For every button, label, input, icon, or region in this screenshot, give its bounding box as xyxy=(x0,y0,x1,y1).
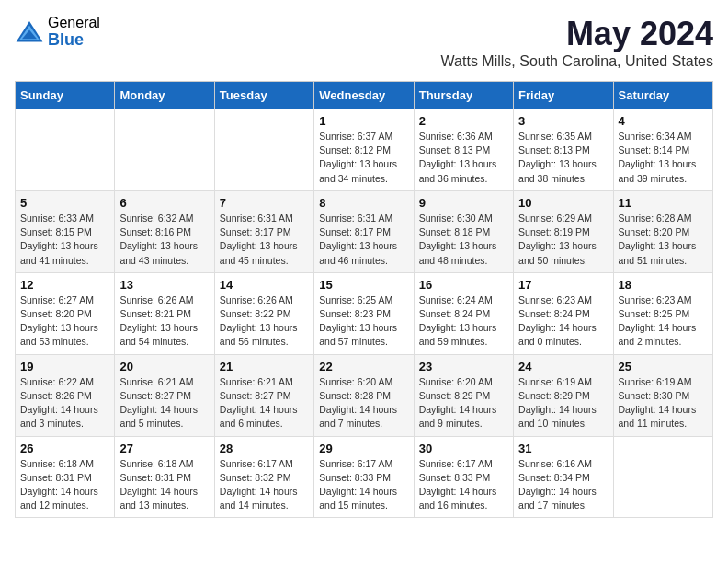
logo: General Blue xyxy=(15,15,100,49)
day-number: 12 xyxy=(20,278,109,292)
logo-icon xyxy=(15,19,44,45)
calendar-cell: 20Sunrise: 6:21 AM Sunset: 8:27 PM Dayli… xyxy=(115,354,214,436)
col-header-thursday: Thursday xyxy=(414,82,513,109)
day-number: 27 xyxy=(119,442,209,455)
day-number: 28 xyxy=(220,442,309,455)
day-info: Sunrise: 6:20 AM Sunset: 8:29 PM Dayligh… xyxy=(419,375,508,431)
day-number: 29 xyxy=(319,442,408,455)
calendar-cell: 31Sunrise: 6:16 AM Sunset: 8:34 PM Dayli… xyxy=(514,436,613,518)
day-number: 21 xyxy=(220,360,309,373)
calendar-table: SundayMondayTuesdayWednesdayThursdayFrid… xyxy=(15,81,713,518)
day-info: Sunrise: 6:21 AM Sunset: 8:27 PM Dayligh… xyxy=(119,375,209,431)
day-info: Sunrise: 6:20 AM Sunset: 8:28 PM Dayligh… xyxy=(319,375,408,431)
day-info: Sunrise: 6:21 AM Sunset: 8:27 PM Dayligh… xyxy=(220,375,309,431)
day-number: 2 xyxy=(419,114,508,128)
calendar-cell: 17Sunrise: 6:23 AM Sunset: 8:24 PM Dayli… xyxy=(514,272,613,354)
calendar-cell: 25Sunrise: 6:19 AM Sunset: 8:30 PM Dayli… xyxy=(613,354,712,436)
logo-blue: Blue xyxy=(48,31,100,50)
day-info: Sunrise: 6:35 AM Sunset: 8:13 PM Dayligh… xyxy=(518,130,608,186)
day-info: Sunrise: 6:34 AM Sunset: 8:14 PM Dayligh… xyxy=(619,130,708,186)
day-number: 22 xyxy=(319,360,408,373)
calendar-cell: 23Sunrise: 6:20 AM Sunset: 8:29 PM Dayli… xyxy=(414,354,513,436)
day-number: 4 xyxy=(619,114,708,128)
calendar-cell: 24Sunrise: 6:19 AM Sunset: 8:29 PM Dayli… xyxy=(514,354,613,436)
day-info: Sunrise: 6:29 AM Sunset: 8:19 PM Dayligh… xyxy=(518,212,608,268)
day-info: Sunrise: 6:24 AM Sunset: 8:24 PM Dayligh… xyxy=(419,293,508,350)
day-number: 10 xyxy=(518,196,608,210)
day-info: Sunrise: 6:33 AM Sunset: 8:15 PM Dayligh… xyxy=(20,212,109,268)
calendar-cell: 1Sunrise: 6:37 AM Sunset: 8:12 PM Daylig… xyxy=(314,109,414,191)
calendar-cell xyxy=(214,109,313,191)
week-row-3: 12Sunrise: 6:27 AM Sunset: 8:20 PM Dayli… xyxy=(16,272,713,354)
subtitle: Watts Mills, South Carolina, United Stat… xyxy=(441,53,713,70)
calendar-cell: 6Sunrise: 6:32 AM Sunset: 8:16 PM Daylig… xyxy=(115,190,214,272)
day-number: 19 xyxy=(20,360,109,373)
calendar-cell: 11Sunrise: 6:28 AM Sunset: 8:20 PM Dayli… xyxy=(613,190,712,272)
col-header-sunday: Sunday xyxy=(16,82,115,109)
day-info: Sunrise: 6:28 AM Sunset: 8:20 PM Dayligh… xyxy=(619,212,708,268)
calendar-cell: 2Sunrise: 6:36 AM Sunset: 8:13 PM Daylig… xyxy=(414,109,513,191)
day-number: 3 xyxy=(518,114,608,128)
day-number: 30 xyxy=(419,442,508,455)
day-info: Sunrise: 6:37 AM Sunset: 8:12 PM Dayligh… xyxy=(319,130,408,186)
calendar-cell: 12Sunrise: 6:27 AM Sunset: 8:20 PM Dayli… xyxy=(16,272,115,354)
day-info: Sunrise: 6:19 AM Sunset: 8:30 PM Dayligh… xyxy=(619,375,708,431)
day-info: Sunrise: 6:31 AM Sunset: 8:17 PM Dayligh… xyxy=(319,212,408,268)
calendar-cell: 7Sunrise: 6:31 AM Sunset: 8:17 PM Daylig… xyxy=(214,190,313,272)
day-number: 13 xyxy=(119,278,209,292)
calendar-cell: 10Sunrise: 6:29 AM Sunset: 8:19 PM Dayli… xyxy=(514,190,613,272)
calendar-cell: 14Sunrise: 6:26 AM Sunset: 8:22 PM Dayli… xyxy=(214,272,313,354)
day-info: Sunrise: 6:19 AM Sunset: 8:29 PM Dayligh… xyxy=(518,375,608,431)
day-number: 15 xyxy=(319,278,408,292)
header-row: SundayMondayTuesdayWednesdayThursdayFrid… xyxy=(16,82,713,109)
calendar-cell: 13Sunrise: 6:26 AM Sunset: 8:21 PM Dayli… xyxy=(115,272,214,354)
calendar-cell: 16Sunrise: 6:24 AM Sunset: 8:24 PM Dayli… xyxy=(414,272,513,354)
day-info: Sunrise: 6:26 AM Sunset: 8:22 PM Dayligh… xyxy=(220,293,309,350)
calendar-cell: 28Sunrise: 6:17 AM Sunset: 8:32 PM Dayli… xyxy=(214,436,313,518)
calendar-cell xyxy=(613,436,712,518)
day-number: 18 xyxy=(619,278,708,292)
day-info: Sunrise: 6:26 AM Sunset: 8:21 PM Dayligh… xyxy=(119,293,209,350)
day-number: 7 xyxy=(220,196,309,210)
day-number: 25 xyxy=(619,360,708,373)
day-info: Sunrise: 6:22 AM Sunset: 8:26 PM Dayligh… xyxy=(20,375,109,431)
day-info: Sunrise: 6:31 AM Sunset: 8:17 PM Dayligh… xyxy=(220,212,309,268)
day-info: Sunrise: 6:17 AM Sunset: 8:32 PM Dayligh… xyxy=(220,457,309,513)
calendar-cell: 8Sunrise: 6:31 AM Sunset: 8:17 PM Daylig… xyxy=(314,190,414,272)
calendar-cell: 18Sunrise: 6:23 AM Sunset: 8:25 PM Dayli… xyxy=(613,272,712,354)
day-info: Sunrise: 6:17 AM Sunset: 8:33 PM Dayligh… xyxy=(319,457,408,513)
calendar-cell xyxy=(115,109,214,191)
day-number: 16 xyxy=(419,278,508,292)
calendar-cell: 26Sunrise: 6:18 AM Sunset: 8:31 PM Dayli… xyxy=(16,436,115,518)
day-number: 31 xyxy=(518,442,608,455)
week-row-1: 1Sunrise: 6:37 AM Sunset: 8:12 PM Daylig… xyxy=(16,109,713,191)
day-info: Sunrise: 6:25 AM Sunset: 8:23 PM Dayligh… xyxy=(319,293,408,350)
col-header-saturday: Saturday xyxy=(613,82,712,109)
day-info: Sunrise: 6:36 AM Sunset: 8:13 PM Dayligh… xyxy=(419,130,508,186)
calendar-cell: 30Sunrise: 6:17 AM Sunset: 8:33 PM Dayli… xyxy=(414,436,513,518)
day-info: Sunrise: 6:30 AM Sunset: 8:18 PM Dayligh… xyxy=(419,212,508,268)
main-title: May 2024 xyxy=(441,15,713,53)
day-info: Sunrise: 6:23 AM Sunset: 8:24 PM Dayligh… xyxy=(518,293,608,350)
day-number: 6 xyxy=(119,196,209,210)
day-info: Sunrise: 6:32 AM Sunset: 8:16 PM Dayligh… xyxy=(119,212,209,268)
col-header-tuesday: Tuesday xyxy=(214,82,313,109)
col-header-friday: Friday xyxy=(514,82,613,109)
day-number: 26 xyxy=(20,442,109,455)
calendar-cell: 19Sunrise: 6:22 AM Sunset: 8:26 PM Dayli… xyxy=(16,354,115,436)
calendar-cell: 29Sunrise: 6:17 AM Sunset: 8:33 PM Dayli… xyxy=(314,436,414,518)
day-number: 24 xyxy=(518,360,608,373)
day-info: Sunrise: 6:18 AM Sunset: 8:31 PM Dayligh… xyxy=(119,457,209,513)
day-info: Sunrise: 6:16 AM Sunset: 8:34 PM Dayligh… xyxy=(518,457,608,513)
logo-general: General xyxy=(48,15,100,31)
calendar-cell: 15Sunrise: 6:25 AM Sunset: 8:23 PM Dayli… xyxy=(314,272,414,354)
day-number: 1 xyxy=(319,114,408,128)
calendar-cell xyxy=(16,109,115,191)
day-number: 23 xyxy=(419,360,508,373)
calendar-cell: 9Sunrise: 6:30 AM Sunset: 8:18 PM Daylig… xyxy=(414,190,513,272)
day-info: Sunrise: 6:18 AM Sunset: 8:31 PM Dayligh… xyxy=(20,457,109,513)
col-header-wednesday: Wednesday xyxy=(314,82,414,109)
calendar-cell: 3Sunrise: 6:35 AM Sunset: 8:13 PM Daylig… xyxy=(514,109,613,191)
day-number: 9 xyxy=(419,196,508,210)
week-row-5: 26Sunrise: 6:18 AM Sunset: 8:31 PM Dayli… xyxy=(16,436,713,518)
